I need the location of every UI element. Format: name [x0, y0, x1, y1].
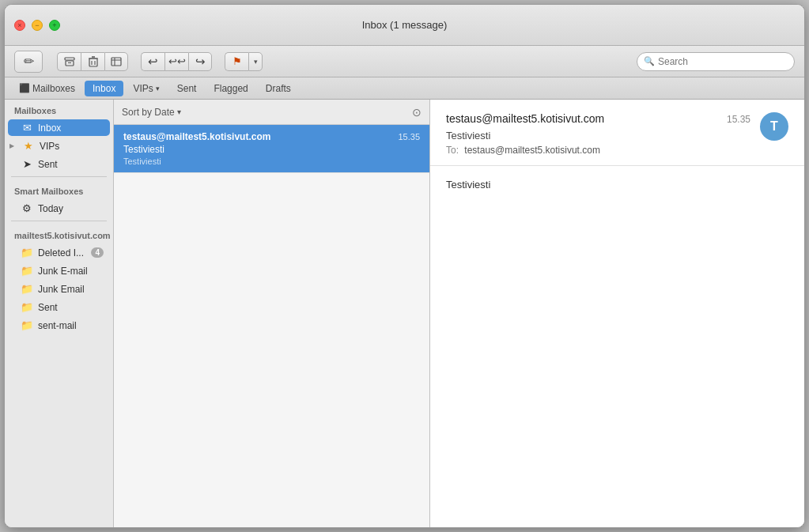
email-header-info: testaus@mailtest5.kotisivut.com 15.35 Te…	[446, 112, 750, 156]
sort-button[interactable]: Sort by Date ▾	[122, 107, 181, 118]
email-to-row: To: testaus@mailtest5.kotisivut.com	[446, 145, 750, 156]
compose-button[interactable]: ✏	[14, 51, 43, 73]
deleted-badge: 4	[91, 247, 104, 258]
minimize-button[interactable]: −	[32, 20, 43, 31]
sidebar-item-sent-mail[interactable]: 📁 sent-mail	[8, 317, 110, 334]
flag-dropdown-button[interactable]: ▾	[248, 52, 263, 71]
email-to: testaus@mailtest5.kotisivut.com	[464, 145, 600, 156]
email-header: testaus@mailtest5.kotisivut.com 15.35 Te…	[430, 100, 804, 166]
sidebar-item-junk-email2[interactable]: 📁 Junk Email	[8, 281, 110, 297]
sidebar-item-sent[interactable]: ➤ Sent	[8, 156, 110, 172]
today-icon: ⚙	[21, 202, 33, 214]
reply-all-button[interactable]: ↩↩	[164, 52, 188, 71]
folder-junk-icon: 📁	[21, 265, 33, 277]
maximize-button[interactable]: +	[49, 20, 60, 31]
message-header: testaus@mailtest5.kotisivut.com 15.35	[123, 131, 420, 142]
search-box[interactable]: 🔍	[637, 52, 795, 71]
svg-rect-0	[65, 58, 74, 60]
sidebar-smart-header: Smart Mailboxes	[5, 180, 113, 199]
email-body: Testiviesti	[430, 166, 804, 527]
tabbar: ⬛ Mailboxes Inbox VIPs ▾ Sent Flagged Dr…	[5, 77, 804, 100]
email-header-top: testaus@mailtest5.kotisivut.com 15.35 Te…	[446, 112, 788, 156]
forward-button[interactable]: ↪	[188, 52, 212, 71]
star-icon: ★	[22, 140, 35, 152]
sidebar: Mailboxes ✉ Inbox ★ VIPs ➤ Sent Smart Ma…	[5, 100, 114, 527]
sidebar-divider-1	[11, 176, 107, 177]
main-content: Mailboxes ✉ Inbox ★ VIPs ➤ Sent Smart Ma…	[5, 100, 804, 527]
traffic-lights: × − +	[14, 20, 60, 31]
folder-sent-icon: 📁	[21, 301, 33, 313]
message-time: 15.35	[398, 132, 420, 141]
delete-button[interactable]	[81, 52, 104, 71]
sidebar-mailboxes-header: Mailboxes	[5, 100, 113, 119]
message-list: Sort by Date ▾ ⊙ testaus@mailtest5.kotis…	[114, 100, 430, 527]
folder-junk2-icon: 📁	[21, 283, 33, 295]
tab-mailboxes[interactable]: ⬛ Mailboxes	[11, 81, 83, 96]
message-item[interactable]: testaus@mailtest5.kotisivut.com 15.35 Te…	[114, 125, 429, 173]
email-from: testaus@mailtest5.kotisivut.com	[446, 112, 604, 125]
folder-icon: 📁	[21, 247, 33, 258]
flag-button[interactable]: ⚑	[225, 52, 248, 71]
message-list-header: Sort by Date ▾ ⊙	[114, 100, 429, 125]
sidebar-item-deleted[interactable]: 📁 Deleted I... 4	[8, 244, 110, 261]
folder-sentmail-icon: 📁	[21, 319, 33, 331]
archive-button[interactable]	[57, 52, 81, 71]
email-subject: Testiviesti	[446, 130, 750, 141]
archive-delete-group	[57, 52, 128, 71]
tab-inbox[interactable]: Inbox	[85, 81, 123, 96]
sent-icon: ➤	[21, 158, 33, 170]
titlebar: × − + Inbox (1 message)	[5, 5, 804, 46]
reply-button[interactable]: ↩	[141, 52, 164, 71]
email-detail: testaus@mailtest5.kotisivut.com 15.35 Te…	[430, 100, 804, 527]
email-date: 15.35	[727, 114, 750, 125]
tab-vips[interactable]: VIPs ▾	[125, 81, 167, 96]
junk-button[interactable]	[104, 52, 128, 71]
email-body-text: Testiviesti	[446, 179, 490, 191]
email-subject-row: testaus@mailtest5.kotisivut.com 15.35	[446, 112, 750, 126]
window-title: Inbox (1 message)	[362, 19, 448, 31]
sidebar-item-today[interactable]: ⚙ Today	[8, 200, 110, 217]
svg-rect-8	[112, 58, 121, 66]
sidebar-item-inbox[interactable]: ✉ Inbox	[8, 119, 110, 136]
tab-drafts[interactable]: Drafts	[258, 81, 299, 96]
close-button[interactable]: ×	[14, 20, 25, 31]
main-window: × − + Inbox (1 message) ✏	[4, 4, 805, 528]
toolbar: ✏	[5, 46, 804, 77]
tab-sent[interactable]: Sent	[169, 81, 205, 96]
sidebar-divider-2	[11, 221, 107, 221]
sidebar-account-header: mailtest5.kotisivut.com	[5, 224, 113, 243]
tab-flagged[interactable]: Flagged	[206, 81, 255, 96]
search-icon: 🔍	[644, 56, 655, 66]
message-from: testaus@mailtest5.kotisivut.com	[123, 131, 270, 142]
sidebar-item-account-sent[interactable]: 📁 Sent	[8, 299, 110, 315]
mailboxes-icon: ⬛	[19, 83, 30, 93]
search-input[interactable]	[658, 56, 788, 67]
sidebar-item-vips[interactable]: ★ VIPs	[8, 138, 110, 154]
message-subject: Testiviesti	[123, 144, 420, 155]
sidebar-item-junk-email[interactable]: 📁 Junk E-mail	[8, 262, 110, 279]
avatar: T	[760, 112, 788, 141]
flag-group: ⚑ ▾	[225, 52, 263, 71]
inbox-icon: ✉	[21, 122, 33, 134]
email-to-label: To:	[446, 145, 459, 156]
filter-button[interactable]: ⊙	[412, 106, 422, 119]
svg-rect-3	[89, 58, 97, 66]
reply-group: ↩ ↩↩ ↪	[141, 52, 212, 71]
message-preview: Testiviesti	[123, 157, 420, 166]
